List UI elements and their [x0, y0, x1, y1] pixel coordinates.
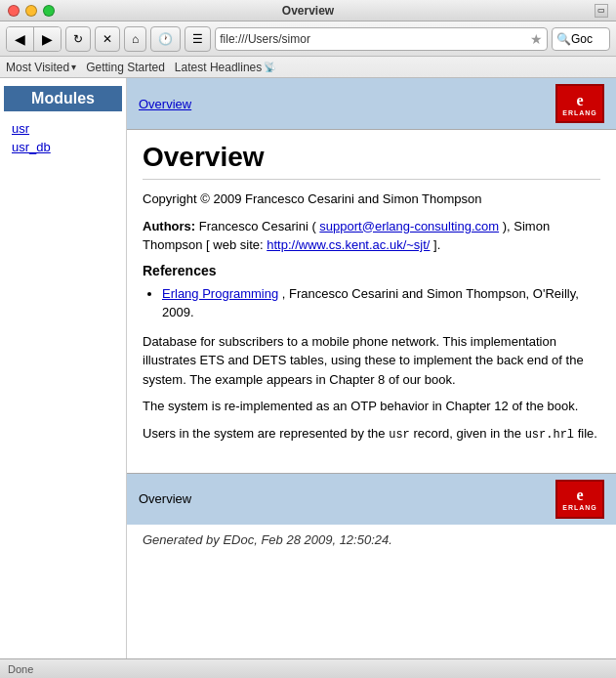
titlebar: Overview ▭	[0, 0, 616, 21]
authors-url-link[interactable]: http://www.cs.kent.ac.uk/~sjt/	[267, 237, 430, 252]
window-controls	[8, 5, 55, 17]
reload-button[interactable]: ↻	[65, 26, 91, 52]
history-button[interactable]: 🕐	[150, 26, 181, 52]
content-area[interactable]: Overview e ERLANG Overview Copyright © 2…	[127, 78, 616, 658]
content-body: Overview Copyright © 2009 Francesco Cesa…	[127, 130, 616, 463]
close-button[interactable]	[8, 5, 20, 17]
status-text: Done	[8, 663, 33, 675]
resize-button[interactable]: ▭	[595, 4, 608, 18]
copyright-text: Copyright © 2009 Francesco Cesarini and …	[143, 190, 600, 209]
sidebar: Modules usr usr_db	[0, 78, 127, 658]
desc3-end: file.	[578, 426, 597, 441]
most-visited-bookmark[interactable]: Most Visited ▾	[6, 61, 76, 74]
references-title: References	[143, 263, 600, 278]
star-icon[interactable]: ★	[530, 31, 543, 47]
page-title: Overview	[143, 142, 600, 180]
address-bar[interactable]: file:///Users/simor ★	[215, 27, 548, 51]
minimize-button[interactable]	[25, 5, 37, 17]
home-button[interactable]: ⌂	[124, 26, 146, 52]
desc2-text: The system is re-implemented as an OTP b…	[143, 397, 600, 416]
bookmarks-bar: Most Visited ▾ Getting Started Latest He…	[0, 57, 616, 78]
stop-button[interactable]: ✕	[95, 26, 120, 52]
erlang-logo-top: e ERLANG	[555, 84, 604, 123]
bookmarks-button[interactable]: ☰	[185, 26, 211, 52]
toolbar: ◀ ▶ ↻ ✕ ⌂ 🕐 ☰ file:///Users/simor ★ 🔍 Go…	[0, 21, 616, 57]
search-text: Goc	[571, 32, 593, 46]
content-footer-link[interactable]: Overview	[139, 491, 191, 506]
window-title: Overview	[282, 4, 334, 18]
statusbar: Done	[0, 658, 616, 678]
forward-button[interactable]: ▶	[34, 27, 61, 51]
latest-headlines-label: Latest Headlines	[175, 61, 262, 74]
back-button[interactable]: ◀	[7, 27, 34, 51]
generated-text: Generated by EDoc, Feb 28 2009, 12:50:24…	[127, 525, 616, 555]
address-text: file:///Users/simor	[220, 32, 526, 46]
sidebar-title: Modules	[4, 86, 122, 111]
logo-letter: e	[576, 92, 583, 109]
authors-text: Francesco Cesarini (	[199, 219, 316, 233]
rss-icon: 📡	[264, 62, 275, 72]
most-visited-arrow: ▾	[71, 62, 76, 72]
logo-text-bottom: ERLANG	[562, 504, 597, 511]
authors-paragraph: Authors: Francesco Cesarini ( support@er…	[143, 217, 600, 255]
main-area: Modules usr usr_db Overview e ERLANG Ove…	[0, 78, 616, 658]
search-box[interactable]: 🔍 Goc	[552, 27, 610, 51]
latest-headlines-bookmark[interactable]: Latest Headlines 📡	[175, 61, 275, 74]
authors-end: ].	[433, 237, 440, 252]
reference-item: Erlang Programming , Francesco Cesarini …	[162, 284, 600, 322]
desc1-text: Database for subscribers to a mobile pho…	[143, 332, 600, 390]
authors-email-link[interactable]: support@erlang-consulting.com	[319, 219, 499, 233]
logo-letter-bottom: e	[576, 487, 583, 504]
nav-group: ◀ ▶	[6, 26, 62, 52]
desc3-mid: record, given in the	[413, 426, 521, 441]
getting-started-label: Getting Started	[86, 61, 165, 74]
logo-text: ERLANG	[562, 109, 597, 116]
sidebar-link-usr[interactable]: usr	[4, 119, 122, 138]
desc3-mono1: usr	[389, 428, 410, 442]
desc3-start: Users in the system are represented by t…	[143, 426, 386, 441]
desc3-paragraph: Users in the system are represented by t…	[143, 424, 600, 444]
maximize-button[interactable]	[43, 5, 55, 17]
erlang-logo-bottom: e ERLANG	[555, 480, 604, 519]
content-header-top: Overview e ERLANG	[127, 78, 616, 130]
desc3-mono2: usr.hrl	[525, 428, 574, 442]
content-header-link-top[interactable]: Overview	[139, 97, 191, 111]
ref-link[interactable]: Erlang Programming	[162, 286, 278, 301]
sidebar-link-usr-db[interactable]: usr_db	[4, 138, 122, 156]
references-list: Erlang Programming , Francesco Cesarini …	[162, 284, 600, 322]
content-header-bottom: Overview e ERLANG	[127, 473, 616, 525]
most-visited-label: Most Visited	[6, 61, 69, 74]
search-icon: 🔍	[556, 32, 571, 46]
authors-webtext: web site:	[213, 237, 263, 252]
authors-label: Authors:	[143, 219, 195, 233]
getting-started-bookmark[interactable]: Getting Started	[86, 61, 165, 74]
